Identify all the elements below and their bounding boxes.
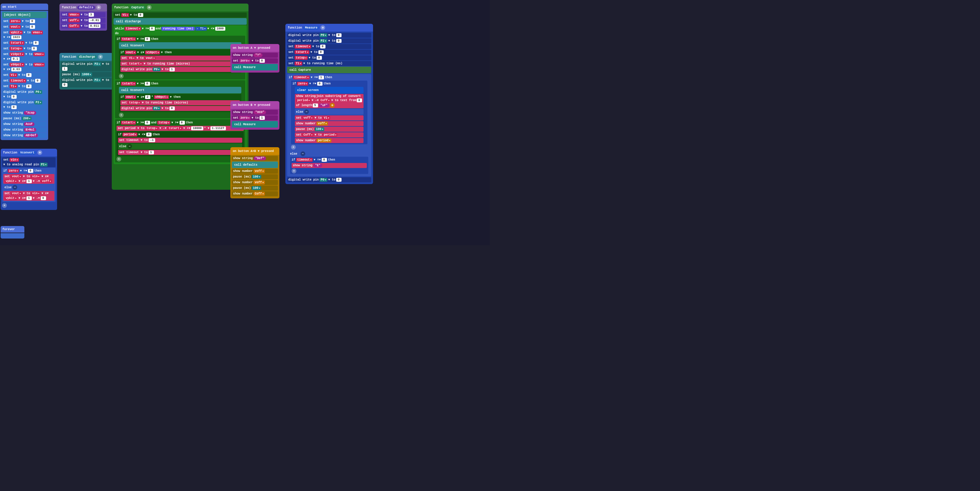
pause-1000[interactable]: 1000 bbox=[81, 73, 92, 77]
vmax-val[interactable]: 3 bbox=[89, 13, 94, 17]
val-10000[interactable]: 10000 bbox=[191, 126, 203, 130]
v1-set1[interactable]: V1 bbox=[128, 56, 135, 60]
pause-200[interactable]: 200 bbox=[22, 116, 32, 120]
vconvert-plus[interactable]: + bbox=[2, 203, 7, 208]
t1-meas[interactable]: T1 bbox=[294, 62, 302, 65]
vpbit-dd3[interactable]: vpbit bbox=[5, 196, 18, 200]
t1-while-dd[interactable]: - T1 bbox=[195, 27, 207, 30]
btn-b-str[interactable]: "OCO" bbox=[253, 110, 266, 114]
tstop-set1[interactable]: tstop bbox=[128, 101, 141, 105]
vout-val1[interactable]: 0 bbox=[30, 25, 35, 29]
pause-100-ab[interactable]: 100 bbox=[252, 175, 261, 179]
fn-discharge-name[interactable]: discharge bbox=[77, 55, 97, 59]
pin-p2-dw1[interactable]: P2 bbox=[35, 100, 42, 104]
fn-measure-name[interactable]: Measure bbox=[303, 26, 319, 30]
tstart-meas-val[interactable]: 0 bbox=[318, 50, 324, 54]
v90pct-dropdown[interactable]: v90pct bbox=[10, 63, 24, 67]
voff-meas-set[interactable]: voff bbox=[302, 116, 313, 120]
tstop-0-1[interactable]: 0 bbox=[180, 121, 185, 124]
vmax-dropdown1[interactable]: vmax bbox=[32, 30, 43, 35]
val-1b[interactable]: 1 bbox=[27, 196, 32, 200]
if2-plus[interactable]: + bbox=[119, 113, 124, 118]
voff-show2[interactable]: voff bbox=[253, 180, 265, 184]
if1-plus[interactable]: + bbox=[119, 74, 124, 78]
period-show2[interactable]: period bbox=[317, 139, 331, 142]
vout-dd3[interactable]: vout bbox=[11, 191, 22, 195]
pin-p1-ar[interactable]: P1 bbox=[40, 163, 48, 167]
timeout-meas[interactable]: timeout bbox=[294, 45, 311, 48]
val-0[interactable]: 0 bbox=[41, 196, 46, 200]
vout-if2[interactable]: vout bbox=[125, 95, 136, 99]
tstart-0-1[interactable]: 0 bbox=[145, 37, 150, 41]
fn-defaults-name[interactable]: defaults bbox=[77, 6, 95, 10]
voff-show3[interactable]: voff bbox=[317, 122, 328, 126]
zero-dd2[interactable]: zero bbox=[8, 169, 19, 173]
voff-val[interactable]: -0.01 bbox=[89, 18, 100, 22]
fn-discharge-collapse[interactable]: ⊕ bbox=[98, 54, 103, 59]
len-5[interactable]: 5 bbox=[313, 104, 318, 107]
p2-meas-val1[interactable]: 0 bbox=[336, 39, 342, 43]
vin-dd2[interactable]: vin bbox=[31, 191, 40, 195]
val-11127[interactable]: 1.11127 bbox=[210, 126, 226, 130]
p0-val-1[interactable]: 1 bbox=[169, 67, 175, 72]
period-show[interactable]: period bbox=[296, 99, 311, 102]
p0-cap1[interactable]: P0 bbox=[153, 67, 161, 72]
val-pos1[interactable]: 1 bbox=[149, 150, 154, 155]
coff-meas-set[interactable]: Coff bbox=[302, 133, 313, 137]
zero-a-val[interactable]: 0 bbox=[259, 59, 265, 63]
period-meas-dd[interactable]: period bbox=[323, 133, 337, 137]
fn-capture-name[interactable]: Capture bbox=[130, 6, 146, 10]
tstop-meas[interactable]: tstop bbox=[294, 56, 308, 60]
period-if1[interactable]: period bbox=[123, 132, 137, 137]
zero-meas-if[interactable]: zero bbox=[297, 82, 308, 86]
coff-set[interactable]: Coff bbox=[68, 24, 80, 28]
timeout-while[interactable]: timeout bbox=[124, 27, 141, 30]
t1-val1[interactable]: 0 bbox=[26, 84, 32, 88]
coff-show1[interactable]: Coff bbox=[253, 192, 265, 196]
call-discharge-cap[interactable]: call discharge bbox=[116, 20, 141, 23]
else-inner-plus[interactable]: + bbox=[291, 169, 296, 174]
fn-defaults-collapse[interactable]: ⊕ bbox=[96, 5, 101, 10]
show-str-plus[interactable]: ⊕ bbox=[330, 103, 335, 108]
tstart-0-2[interactable]: 0 bbox=[145, 82, 150, 86]
pause-100-ab2[interactable]: 100 bbox=[252, 186, 261, 190]
meas-if-plus[interactable]: + bbox=[291, 145, 296, 150]
timeout-meas-val[interactable]: 0 bbox=[320, 45, 326, 48]
uf-str[interactable]: "uF" bbox=[319, 104, 329, 107]
vconvert-else-minus[interactable]: − bbox=[13, 185, 17, 190]
p0-meas2[interactable]: P0 bbox=[320, 178, 327, 182]
pin-val4[interactable]: 0 bbox=[62, 83, 67, 87]
call-defaults[interactable]: [object Object] bbox=[4, 13, 30, 17]
tstop-meas-val[interactable]: 0 bbox=[317, 56, 322, 60]
btn-ab-str[interactable]: "Def" bbox=[253, 156, 266, 160]
xcap-str[interactable]: "Xcap bbox=[24, 111, 36, 115]
while-1000[interactable]: 1000 bbox=[215, 27, 225, 30]
tstart-dd2[interactable]: tstart bbox=[167, 126, 182, 130]
p2-meas1[interactable]: P2 bbox=[320, 39, 327, 43]
vpbit-dropdown[interactable]: vpbit bbox=[10, 30, 22, 35]
tstart-val1[interactable]: 0 bbox=[33, 41, 39, 45]
vmax-dropdown3[interactable]: vmax bbox=[33, 63, 45, 67]
vin-dd1[interactable]: vin bbox=[31, 175, 40, 179]
vmax-dropdown2[interactable]: vmax bbox=[33, 53, 45, 56]
vpbit-dd2[interactable]: vpbit bbox=[5, 179, 18, 183]
tstop-val1[interactable]: 0 bbox=[32, 47, 37, 51]
v1-meas-dd[interactable]: V1 bbox=[323, 116, 330, 120]
pin-p2-dw2[interactable]: P2 bbox=[93, 62, 101, 66]
val-1023[interactable]: 1023 bbox=[11, 35, 21, 39]
from-0[interactable]: 0 bbox=[357, 99, 362, 102]
voff-set[interactable]: voff bbox=[68, 18, 80, 22]
p0-val-0[interactable]: 0 bbox=[169, 107, 175, 110]
fn-vconvert-name[interactable]: Vconvert bbox=[18, 151, 36, 155]
v1-cap-val[interactable]: 0 bbox=[138, 13, 143, 17]
timeout-meas-if[interactable]: timeout bbox=[293, 75, 310, 80]
pause-100-meas[interactable]: 100 bbox=[315, 127, 324, 131]
abdef-str[interactable]: AB>Def bbox=[24, 134, 38, 137]
vout-if1[interactable]: vout bbox=[125, 51, 136, 54]
val-01[interactable]: 0.1 bbox=[11, 57, 20, 61]
vout-set1[interactable]: vout bbox=[145, 56, 156, 60]
voff-dd1[interactable]: voff bbox=[41, 179, 52, 183]
pin-p0-dw1[interactable]: P0 bbox=[35, 90, 42, 94]
auf-str[interactable]: A≤uF bbox=[24, 122, 35, 126]
zero-meas-0[interactable]: 0 bbox=[317, 82, 323, 86]
